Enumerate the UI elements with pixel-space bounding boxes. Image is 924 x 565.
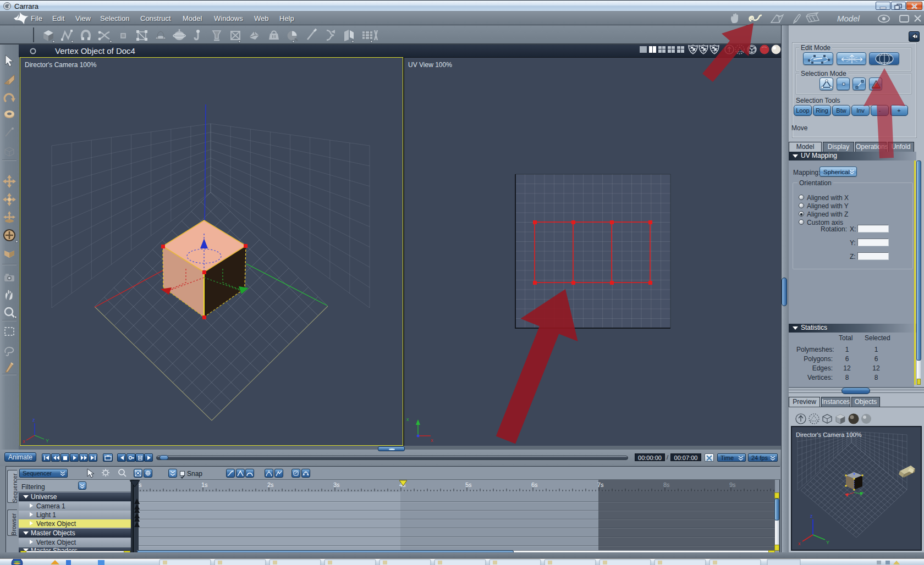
svg-text:9s: 9s (729, 481, 736, 488)
svg-text:z: z (32, 417, 35, 423)
svg-text:7s: 7s (597, 481, 604, 488)
svg-text:UV View 100%: UV View 100% (408, 61, 452, 69)
svg-text:6s: 6s (531, 481, 538, 488)
svg-text:2s: 2s (267, 481, 274, 488)
svg-text:Y: Y (46, 438, 49, 444)
svg-text:Director's Camera 100%: Director's Camera 100% (25, 61, 97, 69)
svg-text:x: x (431, 437, 433, 443)
svg-text:x: x (23, 439, 25, 444)
svg-text:5s: 5s (465, 481, 472, 488)
svg-text:x: x (406, 417, 409, 422)
svg-text:x: x (798, 541, 801, 546)
svg-text:8s: 8s (663, 481, 670, 488)
svg-text:Y: Y (826, 540, 829, 545)
svg-text:z: z (810, 513, 813, 519)
svg-text:3s: 3s (333, 481, 340, 488)
svg-text:1s: 1s (201, 481, 208, 488)
